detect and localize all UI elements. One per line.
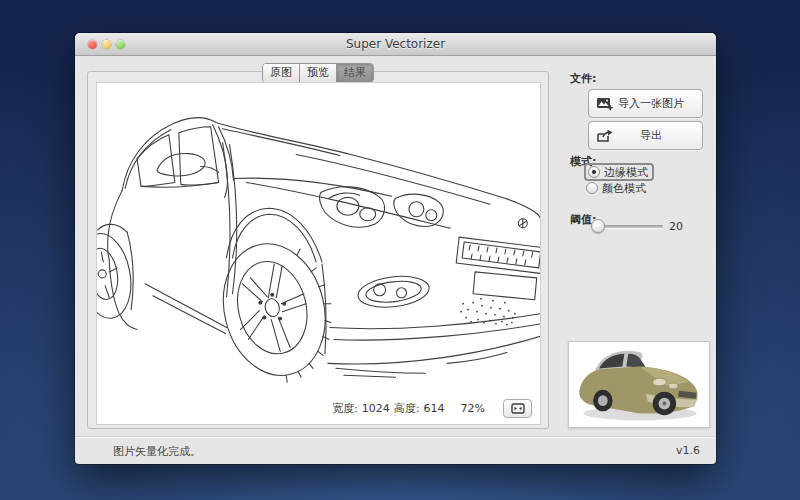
tab-original[interactable]: 原图 xyxy=(263,64,300,82)
image-plus-icon xyxy=(596,97,614,111)
desktop: Super Vectorizer 原图 预览 结果 xyxy=(0,0,800,500)
original-car-photo xyxy=(569,342,709,427)
threshold-slider-knob[interactable] xyxy=(591,219,605,233)
vectorized-car-image xyxy=(97,83,540,424)
titlebar[interactable]: Super Vectorizer xyxy=(75,33,716,56)
fit-to-window-button[interactable] xyxy=(503,399,532,418)
height-label: 高度: xyxy=(394,401,420,416)
radio-edge-mode[interactable]: 边缘模式 xyxy=(584,163,654,181)
fit-to-window-icon xyxy=(511,403,525,414)
import-button-label: 导入一张图片 xyxy=(614,96,688,111)
radio-off-icon xyxy=(586,182,598,194)
export-arrow-icon xyxy=(596,129,614,143)
import-image-button[interactable]: 导入一张图片 xyxy=(588,89,703,118)
radio-color-mode[interactable]: 颜色模式 xyxy=(586,181,646,195)
height-value: 614 xyxy=(424,402,445,415)
window-title: Super Vectorizer xyxy=(75,33,716,55)
app-window: Super Vectorizer 原图 预览 结果 xyxy=(75,33,716,464)
tab-preview[interactable]: 预览 xyxy=(300,64,337,82)
export-button[interactable]: 导出 xyxy=(588,121,703,150)
version-label: v1.6 xyxy=(676,444,700,457)
edge-mode-label: 边缘模式 xyxy=(604,165,648,180)
width-label: 宽度: xyxy=(332,401,358,416)
tab-view: 原图 预览 结果 xyxy=(87,71,549,429)
result-canvas: 宽度: 1024 高度: 614 72% xyxy=(96,82,541,425)
status-bar: 图片矢量化完成。 v1.6 xyxy=(75,436,716,464)
threshold-value: 20 xyxy=(669,220,683,233)
width-value: 1024 xyxy=(362,402,390,415)
radio-on-icon xyxy=(588,166,600,178)
zoom-percent: 72% xyxy=(461,402,485,415)
file-section-label: 文件: xyxy=(570,71,596,86)
segmented-control: 原图 预览 结果 xyxy=(262,63,374,83)
color-mode-label: 颜色模式 xyxy=(602,181,646,196)
export-button-label: 导出 xyxy=(614,128,688,143)
original-image-thumbnail xyxy=(568,341,710,428)
dimension-info: 宽度: 1024 高度: 614 72% xyxy=(332,399,532,418)
status-message: 图片矢量化完成。 xyxy=(113,444,201,459)
tab-result[interactable]: 结果 xyxy=(337,64,373,82)
